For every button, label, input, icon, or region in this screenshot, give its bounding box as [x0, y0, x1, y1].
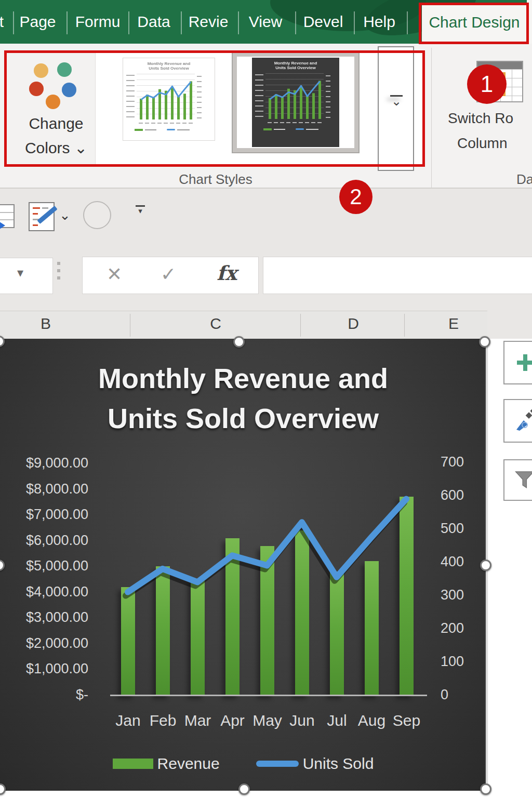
qat-chevron-icon[interactable]: ⌄ — [59, 207, 71, 223]
data-group-label: Da — [516, 171, 532, 188]
change-colors-icon — [62, 83, 76, 97]
tab-devel[interactable]: Devel — [297, 0, 349, 44]
legend-item-units-sold[interactable]: Units Sold — [256, 755, 374, 773]
qat-customize-icon[interactable]: ▾ — [135, 205, 145, 214]
selection-handle[interactable] — [480, 560, 491, 571]
tab-data[interactable]: Data — [131, 0, 177, 44]
tab-separator — [66, 11, 68, 34]
x-axis-label-mar: Mar — [180, 712, 215, 729]
cancel-icon[interactable]: ✕ — [107, 263, 122, 285]
switch-row-column-label[interactable]: Column — [457, 135, 507, 152]
name-box[interactable]: ▾ — [0, 258, 53, 294]
tab-formu[interactable]: Formu — [69, 0, 126, 44]
column-headers: BCDE — [0, 297, 532, 339]
chart-filters-button[interactable] — [503, 459, 532, 501]
plus-icon — [514, 351, 532, 374]
funnel-icon — [514, 469, 532, 491]
name-box-dropdown-icon[interactable]: ▾ — [17, 265, 23, 280]
formula-buttons-box: ✕ ✓ fx — [82, 257, 259, 294]
gallery-more-button[interactable]: ⌄ — [378, 46, 414, 171]
change-colors-icon — [29, 82, 44, 96]
selection-handle[interactable] — [479, 336, 490, 348]
column-header-B[interactable]: B — [35, 315, 56, 332]
formula-bar-row: ▾ ✕ ✓ fx — [0, 249, 532, 297]
tab-help[interactable]: Help — [356, 0, 403, 44]
tab-separator — [354, 11, 355, 34]
tab-chart-design[interactable]: Chart Design — [422, 4, 527, 44]
switch-row-column-label[interactable]: Switch Ro — [448, 110, 513, 127]
legend-swatch-line — [256, 761, 299, 767]
shape-ellipse-icon[interactable] — [83, 201, 111, 229]
x-axis-label-feb: Feb — [145, 712, 180, 729]
selection-handle[interactable] — [238, 783, 250, 795]
chart-elements-button[interactable] — [503, 341, 532, 384]
chart-style-option-light[interactable]: Monthly Revenue andUnits Sold Overview — [123, 58, 215, 141]
mini-legend — [263, 128, 331, 132]
sheet-background — [487, 297, 532, 339]
change-colors-label[interactable]: Change Colors ⌄ — [4, 111, 108, 160]
x-axis-label-jun: Jun — [285, 712, 320, 729]
tab-separator — [128, 11, 129, 34]
annotation-badge-2: 2 — [339, 180, 373, 214]
mini-chart-title: Monthly Revenue andUnits Sold Overview — [123, 61, 215, 71]
edit-form-icon[interactable] — [29, 202, 55, 231]
mini-chart-series — [137, 74, 195, 119]
x-axis-label-jul: Jul — [320, 712, 354, 729]
tabbar-right-background — [527, 0, 532, 44]
chart-area[interactable]: Monthly Revenue and Units Sold Overview … — [0, 339, 486, 791]
x-axis-label-may: May — [250, 712, 285, 729]
legend-item-revenue[interactable]: Revenue — [113, 755, 220, 773]
selection-handle[interactable] — [480, 783, 491, 795]
tab-revie[interactable]: Revie — [183, 0, 234, 44]
selection-handle[interactable] — [233, 336, 245, 348]
tab-separator — [13, 11, 14, 34]
ribbon: Change Colors ⌄ Monthly Revenue andUnits… — [0, 44, 532, 188]
change-colors-icon — [46, 95, 60, 109]
chart-styles-button[interactable] — [503, 399, 532, 443]
chart-styles-gallery: Monthly Revenue andUnits Sold Overview M… — [95, 51, 425, 166]
blue-arrow-icon — [0, 221, 5, 230]
quick-toolbar-strip: ⌄ ▾ — [0, 188, 532, 249]
chart-legend[interactable]: RevenueUnits Sold — [0, 753, 486, 774]
mini-chart-series — [265, 73, 324, 119]
sheet-right-panel — [487, 339, 532, 798]
legend-swatch-bar — [113, 759, 153, 769]
x-axis-line — [110, 695, 427, 696]
column-header-D[interactable]: D — [343, 315, 364, 332]
mini-plot-area — [137, 74, 195, 119]
change-colors-icon — [34, 63, 48, 78]
x-axis-label-apr: Apr — [215, 712, 250, 729]
tab-separator — [181, 11, 182, 34]
legend-label: Revenue — [157, 755, 220, 773]
annotation-badge-1: 1 — [467, 64, 507, 104]
paintbrush-icon — [513, 409, 532, 433]
change-colors-icon — [57, 62, 72, 77]
column-separator — [404, 314, 405, 337]
mini-chart-title: Monthly Revenue andUnits Sold Overview — [252, 61, 339, 70]
enter-icon[interactable]: ✓ — [161, 263, 176, 285]
ribbon-tab-bar: tPageFormuDataRevieViewDevelHelpChart De… — [0, 0, 532, 44]
column-separator — [300, 314, 301, 337]
x-axis-label-sep: Sep — [389, 712, 424, 729]
insert-function-icon[interactable]: fx — [217, 261, 237, 285]
ribbon-group-separator — [431, 48, 432, 198]
tab-separator — [407, 11, 408, 34]
column-header-C[interactable]: C — [205, 315, 226, 332]
sheet-background-bottom — [0, 791, 532, 798]
tab-view[interactable]: View — [240, 0, 291, 44]
x-axis-label-aug: Aug — [354, 712, 389, 729]
tab-t[interactable]: t — [0, 0, 9, 44]
column-header-E[interactable]: E — [443, 315, 464, 332]
formula-input[interactable] — [263, 257, 532, 294]
formula-bar-drag-handle[interactable] — [57, 262, 60, 280]
legend-label: Units Sold — [303, 755, 374, 773]
more-styles-icon: ⌄ — [390, 95, 403, 105]
tab-page[interactable]: Page — [16, 0, 60, 44]
x-axis-label-jan: Jan — [111, 712, 145, 729]
mini-plot-area — [265, 73, 324, 119]
chart-style-option-dark-selected[interactable]: Monthly Revenue andUnits Sold Overview — [232, 51, 360, 153]
table-tool-icon[interactable] — [0, 204, 15, 228]
tab-separator — [295, 11, 296, 34]
tab-separator — [238, 11, 239, 34]
column-separator — [130, 314, 130, 337]
